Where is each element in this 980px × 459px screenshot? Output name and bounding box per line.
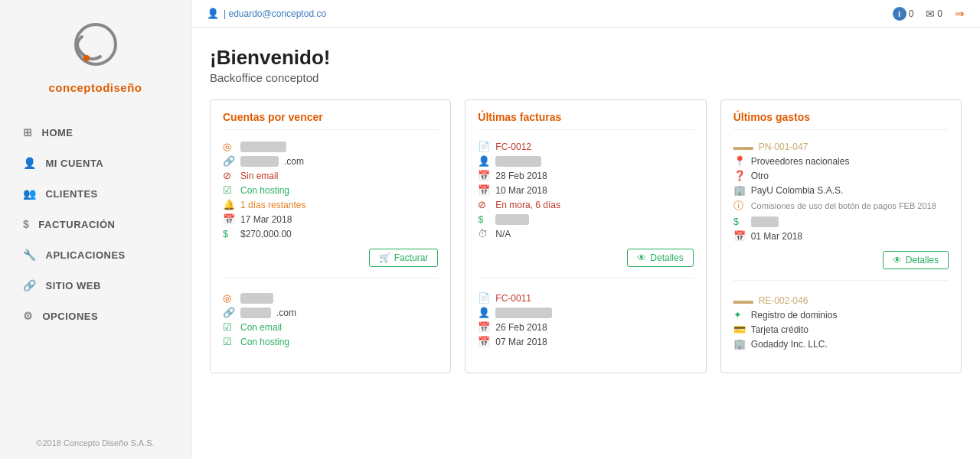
card-row-g-proveedor: 🏢 PayU Colombia S.A.S.: [733, 183, 949, 197]
card-row-g-cat: 📍 Proveedores nacionales: [733, 154, 949, 168]
list-item: 📄 FC-0012 👤 📅 28 Feb 2018 📅: [478, 139, 693, 278]
panel-cuentas: Cuentas por vencer ◎ 🔗 .com: [210, 99, 451, 373]
settings-icon: ✦: [733, 309, 746, 321]
msg-notification[interactable]: ✉ 0: [926, 8, 942, 20]
sidebar-item-clientes[interactable]: 👥 CLIENTES: [0, 178, 191, 209]
cart-icon: 🛒: [379, 252, 390, 263]
card-row-fc-monto: $: [478, 212, 693, 226]
clock-icon: ⏱: [478, 228, 490, 239]
account-icon2: ◎: [223, 292, 235, 304]
chain-icon: 🔗: [223, 155, 235, 167]
card-row-g2-proveedor: 🏢 Godaddy Inc. LLC.: [733, 337, 949, 351]
sidebar-item-facturacion[interactable]: $ FACTURACIÓN: [0, 209, 191, 239]
card-row-fc2-vence: 📅 07 Mar 2018: [478, 334, 693, 349]
check-icon2: ☑: [223, 321, 235, 333]
panel-facturas-title: Últimas facturas: [478, 111, 693, 130]
card-row-hosting2: ☑ Con hosting: [223, 334, 438, 349]
welcome-subtitle: Backoffice conceptod: [210, 71, 962, 84]
barcode-icon2: ▬▬: [733, 295, 753, 306]
card-action: 🛒 Facturar: [223, 249, 438, 267]
logout-button[interactable]: ⇒: [955, 7, 965, 21]
card-row-con-email: ☑ Con email: [223, 320, 438, 334]
card-row-g2-code: ▬▬ RE-002-046: [733, 293, 949, 308]
logo-text: conceptodiseño: [48, 81, 142, 94]
sidebar-item-opciones[interactable]: ⚙ OPCIONES: [0, 301, 191, 331]
card-row-fc2-code: 📄 FC-0011: [478, 291, 693, 305]
topbar-icons: i 0 ✉ 0 ⇒: [893, 7, 965, 21]
topbar-email: | eduardo@conceptod.co: [224, 8, 326, 19]
logo-image: [65, 15, 126, 76]
ban-icon: ⊘: [223, 170, 235, 181]
card-row-name2: ◎: [223, 291, 438, 305]
dollar-sign-icon: $: [223, 228, 235, 239]
card-row-email2: 🔗 .com: [223, 305, 438, 320]
calendar-icon5: 📅: [478, 336, 490, 347]
card-action2: 👁 Detalles: [478, 249, 693, 267]
card-row-fc-client: 👤: [478, 154, 693, 168]
client-name-blurred: [240, 142, 286, 152]
info-notification[interactable]: i 0: [893, 7, 914, 21]
dollar-icon2: $: [478, 213, 490, 225]
ban-icon2: ⊘: [478, 199, 490, 210]
dollar-icon: $: [23, 218, 29, 230]
calendar-icon2: 📅: [478, 170, 490, 181]
topbar-user-info: 👤 | eduardo@conceptod.co: [207, 8, 326, 19]
user-icon: 👤: [23, 157, 37, 169]
card-row-email: 🔗 .com: [223, 154, 438, 168]
panel-cuentas-title: Cuentas por vencer: [223, 111, 438, 130]
sidebar: conceptodiseño ⊞ HOME 👤 MI CUENTA 👥 CLIE…: [0, 0, 191, 459]
eye-icon: 👁: [637, 252, 646, 263]
globe-icon: 🏢: [733, 338, 746, 350]
panel-facturas: Últimas facturas 📄 FC-0012 👤 📅 2: [465, 99, 706, 373]
info-icon: ⓘ: [733, 199, 746, 213]
card-row-dias: 🔔 1 días restantes: [223, 197, 438, 212]
card-row-fc-vence: 📅 10 Mar 2018: [478, 183, 693, 197]
card-row-g-desc: ⓘ Comisiones de uso del botón de pagos F…: [733, 197, 949, 214]
invoice-icon2: 📄: [478, 292, 490, 304]
home-icon: ⊞: [23, 126, 33, 138]
card-row-fc-extra: ⏱ N/A: [478, 226, 693, 241]
sidebar-item-aplicaciones[interactable]: 🔧 APLICACIONES: [0, 239, 191, 270]
card-row-g-fecha: 📅 01 Mar 2018: [733, 229, 949, 243]
card-action3: 👁 Detalles: [733, 251, 949, 269]
card-row-no-email: ⊘ Sin email: [223, 168, 438, 183]
card-row-fecha: 📅 17 Mar 2018: [223, 212, 438, 226]
detalles-gastos-button[interactable]: 👁 Detalles: [883, 251, 949, 269]
content-area: ¡Bienvenido! Backoffice conceptod Cuenta…: [191, 28, 980, 459]
card-row-fc-code: 📄 FC-0012: [478, 139, 693, 154]
list-item: ◎ 🔗 .com ⊘ Sin email: [223, 139, 438, 278]
gear-icon: ⚙: [23, 310, 34, 322]
topbar: 👤 | eduardo@conceptod.co i 0 ✉ 0 ⇒: [191, 0, 980, 28]
invoice-icon: 📄: [478, 141, 490, 152]
wrench-icon: 🔧: [23, 249, 37, 261]
calendar-icon: 📅: [223, 213, 235, 225]
svg-point-1: [83, 55, 90, 61]
user-icon3: 👤: [478, 307, 490, 318]
sidebar-item-mi-cuenta[interactable]: 👤 MI CUENTA: [0, 148, 191, 178]
calendar-icon3: 📅: [478, 184, 490, 196]
card-row-g-monto: $: [733, 214, 949, 229]
sidebar-item-home[interactable]: ⊞ HOME: [0, 117, 191, 148]
group-icon: 👥: [23, 187, 37, 200]
eye-icon2: 👁: [893, 255, 902, 265]
check-icon: ☑: [223, 184, 235, 196]
bell-icon: 🔔: [223, 199, 235, 210]
nav-menu: ⊞ HOME 👤 MI CUENTA 👥 CLIENTES $ FACTURAC…: [0, 117, 191, 331]
card-row-fc2-client: 👤: [478, 305, 693, 320]
card-row-g-tipo: ❓ Otro: [733, 168, 949, 183]
calendar-icon4: 📅: [478, 321, 490, 333]
panel-gastos-title: Últimos gastos: [733, 111, 949, 130]
link-icon: 🔗: [23, 279, 37, 291]
card-row-g2-cat: ✦ Registro de dominios: [733, 308, 949, 322]
chain-icon2: 🔗: [223, 307, 235, 318]
barcode-icon: ▬▬: [733, 141, 753, 152]
card-row-g2-tipo: 💳 Tarjeta crédito: [733, 322, 949, 337]
facturar-button[interactable]: 🛒 Facturar: [369, 249, 439, 267]
sidebar-item-sitio-web[interactable]: 🔗 SITIO WEB: [0, 270, 191, 301]
main-area: 👤 | eduardo@conceptod.co i 0 ✉ 0 ⇒ ¡Bien…: [191, 0, 980, 459]
logout-icon: ⇒: [955, 7, 965, 21]
credit-icon: 💳: [733, 324, 746, 335]
topbar-user-icon: 👤: [207, 8, 219, 19]
detalles-button[interactable]: 👁 Detalles: [627, 249, 693, 267]
building-icon: 🏢: [733, 184, 746, 196]
